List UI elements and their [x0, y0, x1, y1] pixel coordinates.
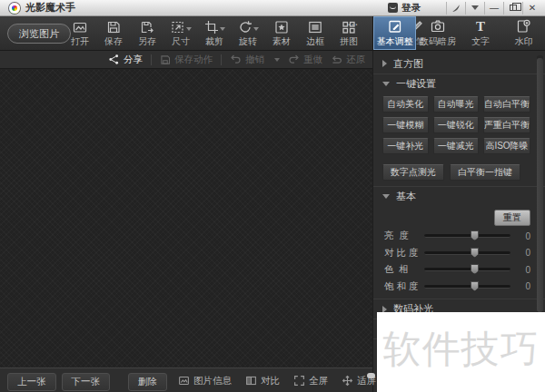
fullscreen-icon [293, 375, 305, 387]
redo-button[interactable]: 重做 [288, 54, 322, 66]
restore-original-button[interactable]: 还原 [331, 54, 365, 66]
browse-images-button[interactable]: 浏览图片 [7, 24, 71, 44]
zoom-slider-thumb[interactable] [367, 373, 375, 378]
saturation-slider[interactable] [424, 285, 510, 289]
save-action-button[interactable]: 保存动作 [160, 54, 213, 66]
onekey-dimlight-button[interactable]: 一键减光 [433, 138, 480, 154]
titlebar: 光影魔术手 登录 — ✕ [0, 0, 545, 16]
slider-thumb[interactable] [471, 248, 479, 258]
menu-arrow-button[interactable] [465, 2, 484, 15]
brightness-slider[interactable] [424, 234, 510, 238]
crop-icon [204, 20, 219, 34]
restore-original-icon [331, 54, 342, 65]
whitebalance-picker-button[interactable]: 白平衡一指键 [450, 164, 520, 181]
status-bar: 上一张 下一张 删除 图片信息 对比 全屏 适屏 原大 [0, 368, 372, 392]
auto-whitebalance-button[interactable]: 自动白平衡 [483, 96, 530, 113]
save-icon [106, 20, 121, 34]
action-bar: 分享 保存动作 撤销 重做 还原 [0, 51, 372, 69]
tab-text[interactable]: T 文字 [460, 16, 502, 50]
basic-adjust-icon [388, 19, 402, 34]
redo-icon [288, 54, 300, 65]
compare-icon [245, 375, 257, 387]
expanded-arrow-icon [382, 194, 390, 199]
save-as-icon [140, 20, 154, 34]
save-action-icon [160, 54, 171, 65]
divider [151, 54, 152, 65]
tab-basic-adjust[interactable]: 基本调整 [373, 16, 416, 50]
slider-thumb[interactable] [471, 281, 479, 291]
section-basic[interactable]: 基本 [373, 186, 545, 206]
section-onekey[interactable]: 一键设置 [373, 74, 545, 93]
crop-button[interactable]: 裁剪 [202, 19, 227, 48]
tab-darkroom[interactable]: 数码暗房 [416, 16, 459, 50]
share-icon [108, 54, 120, 65]
login-button[interactable]: 登录 [388, 2, 421, 15]
resize-button[interactable]: 尺寸 [168, 19, 193, 48]
onekey-filllight-button[interactable]: 一键补光 [382, 138, 429, 154]
undo-dropdown-icon[interactable] [274, 58, 280, 62]
next-image-button[interactable]: 下一张 [62, 373, 111, 391]
auto-beautify-button[interactable]: 自动美化 [382, 96, 429, 113]
image-info-button[interactable]: 图片信息 [178, 375, 232, 387]
auto-exposure-button[interactable]: 自动曝光 [433, 96, 480, 113]
divider [221, 54, 222, 65]
panel-scrollbar-thumb[interactable] [537, 58, 543, 312]
skin-icon [451, 3, 461, 14]
watermark-overlay: 软件技巧 [377, 312, 545, 392]
fit-screen-icon [342, 375, 353, 387]
hue-slider[interactable] [424, 268, 510, 271]
undo-button[interactable]: 撤销 [230, 54, 264, 66]
app-logo-icon [9, 3, 20, 14]
app-title: 光影魔术手 [25, 1, 75, 15]
watermark-icon [516, 19, 530, 34]
panel-tabs: 基本调整 数码暗房 T 文字 水印 [372, 16, 545, 51]
collapsed-arrow-icon [382, 60, 387, 67]
dropdown-arrow-icon[interactable] [220, 27, 225, 31]
hue-slider-row: 色 相 0 [373, 261, 545, 279]
dropdown-arrow-icon[interactable] [186, 27, 192, 31]
restore-button[interactable] [503, 2, 522, 15]
slider-thumb[interactable] [471, 264, 479, 274]
close-button[interactable]: ✕ [522, 2, 541, 15]
saturation-slider-row: 饱 和 度 0 [373, 279, 545, 296]
onekey-sharpen-button[interactable]: 一键锐化 [433, 117, 480, 133]
save-button[interactable]: 保存 [101, 19, 126, 48]
compare-button[interactable]: 对比 [245, 375, 280, 387]
camera-icon [431, 19, 445, 34]
slider-thumb[interactable] [471, 230, 479, 240]
dropdown-arrow-icon[interactable] [253, 27, 259, 31]
share-button[interactable]: 分享 [108, 54, 143, 66]
high-iso-denoise-button[interactable]: 高ISO降噪 [483, 138, 530, 154]
prev-image-button[interactable]: 上一张 [7, 373, 56, 391]
skin-button[interactable] [446, 2, 465, 15]
border-button[interactable]: 边框 [302, 19, 328, 48]
section-histogram[interactable]: 直方图 [373, 54, 545, 74]
reset-button[interactable]: 重置 [494, 210, 530, 226]
image-info-icon [178, 375, 190, 387]
severe-whitebalance-button[interactable]: 严重白平衡 [483, 117, 530, 133]
save-as-button[interactable]: 另存 [134, 19, 160, 48]
login-label: 登录 [401, 2, 421, 15]
resize-icon [171, 20, 185, 34]
contrast-slider[interactable] [424, 251, 510, 255]
rotate-button[interactable]: 旋转 [235, 19, 261, 48]
chevron-down-icon [471, 5, 479, 10]
toolbar-more-button[interactable]: ⋯ [347, 18, 359, 31]
open-icon [73, 20, 87, 34]
expanded-arrow-icon [382, 82, 390, 86]
delete-button[interactable]: 删除 [128, 373, 167, 391]
spot-metering-button[interactable]: 数字点测光 [382, 164, 444, 181]
main-toolbar: 浏览图片 打开 保存 另存 尺寸 裁剪 [0, 16, 545, 51]
onekey-button-grid: 自动美化 自动曝光 自动白平衡 一键模糊 一键锐化 严重白平衡 一键补光 一键减… [382, 96, 530, 154]
tab-watermark[interactable]: 水印 [502, 16, 545, 50]
onekey-blur-button[interactable]: 一键模糊 [382, 117, 429, 133]
minimize-button[interactable]: — [484, 2, 503, 15]
restore-icon [510, 5, 517, 11]
material-button[interactable]: 素材 [269, 19, 294, 48]
image-canvas[interactable] [0, 70, 372, 368]
fullscreen-button[interactable]: 全屏 [293, 375, 328, 387]
login-avatar-icon [388, 3, 398, 13]
open-button[interactable]: 打开 [67, 19, 93, 48]
contrast-slider-row: 对 比 度 0 [373, 245, 545, 262]
border-icon [308, 20, 322, 34]
